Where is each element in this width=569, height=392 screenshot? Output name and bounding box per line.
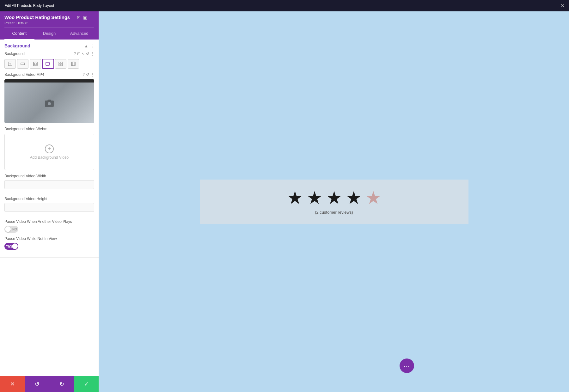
pause-not-in-view-toggle[interactable]: YES xyxy=(4,243,18,250)
video-width-row: Background Video Width xyxy=(4,174,94,193)
panel-title-icons: ⊡ ▣ ⋮ xyxy=(77,15,94,20)
background-help-icon[interactable]: ? xyxy=(74,52,76,56)
pause-not-in-view-row: Pause Video While Not In View YES xyxy=(4,236,94,250)
video-height-label: Background Video Height xyxy=(4,197,94,201)
add-background-video-area[interactable]: + Add Background Video xyxy=(4,134,94,170)
panel-more-icon[interactable]: ⋮ xyxy=(90,15,94,20)
panel-title: Woo Product Rating Settings xyxy=(4,15,70,20)
background-section: Background ▲ ⋮ Background ? ⊡ ↖ ↺ ⋮ xyxy=(0,40,99,258)
pause-other-row: Pause Video When Another Video Plays NO xyxy=(4,219,94,233)
svg-rect-7 xyxy=(61,62,63,64)
preset-row: Preset: Default xyxy=(4,21,94,25)
redo-icon: ↻ xyxy=(59,381,64,388)
video-width-input[interactable] xyxy=(4,180,94,189)
background-field-row: Background ? ⊡ ↖ ↺ ⋮ xyxy=(4,52,94,56)
main-layout: Woo Product Rating Settings ⊡ ▣ ⋮ Preset… xyxy=(0,11,569,392)
svg-marker-5 xyxy=(49,63,50,65)
background-reset-icon[interactable]: ↺ xyxy=(86,52,89,56)
star-2: ★ xyxy=(307,189,322,207)
svg-rect-4 xyxy=(46,62,49,65)
star-5: ★ xyxy=(365,189,381,207)
svg-rect-9 xyxy=(61,64,63,66)
canvas-area: ★ ★ ★ ★ ★ (2 customer reviews) ··· xyxy=(99,11,569,392)
pause-other-label: Pause Video When Another Video Plays xyxy=(4,219,94,224)
svg-rect-3 xyxy=(34,63,36,65)
stars-row: ★ ★ ★ ★ ★ xyxy=(287,189,381,207)
save-icon: ✓ xyxy=(84,381,89,388)
svg-rect-8 xyxy=(59,64,60,66)
bg-type-image[interactable] xyxy=(30,59,41,69)
background-copy-icon[interactable]: ⊡ xyxy=(77,52,80,56)
background-cursor-icon[interactable]: ↖ xyxy=(82,52,85,56)
pause-not-in-view-toggle-text: YES xyxy=(6,245,12,248)
section-header: Background ▲ ⋮ xyxy=(4,43,94,48)
redo-button[interactable]: ↻ xyxy=(49,376,74,392)
video-width-label: Background Video Width xyxy=(4,174,94,178)
undo-button[interactable]: ↺ xyxy=(25,376,49,392)
video-mp4-icons: ? ↺ ⋮ xyxy=(83,72,94,77)
cancel-icon: ✕ xyxy=(10,381,15,388)
bg-type-video[interactable] xyxy=(42,59,54,69)
svg-rect-11 xyxy=(72,62,74,66)
tabs: Content Design Advanced xyxy=(4,28,94,40)
video-webm-label: Background Video Webm xyxy=(4,127,47,131)
pause-other-toggle-knob xyxy=(5,226,11,232)
star-1: ★ xyxy=(287,189,303,207)
panel-header: Woo Product Rating Settings ⊡ ▣ ⋮ Preset… xyxy=(0,11,99,40)
tab-advanced[interactable]: Advanced xyxy=(64,28,94,40)
background-field-icons: ? ⊡ ↖ ↺ ⋮ xyxy=(74,52,94,56)
bg-type-mask[interactable] xyxy=(68,59,79,69)
pause-not-in-view-label: Pause Video While Not In View xyxy=(4,236,94,241)
panel-responsive-icon[interactable]: ⊡ xyxy=(77,15,81,20)
panel-layout-icon[interactable]: ▣ xyxy=(83,15,87,20)
svg-rect-10 xyxy=(71,62,75,66)
undo-icon: ↺ xyxy=(35,381,40,388)
top-bar: Edit All Products Body Layout ✕ xyxy=(0,0,569,11)
pause-other-toggle[interactable]: NO xyxy=(4,226,18,233)
bg-type-gradient[interactable] xyxy=(17,59,28,69)
reviews-text: (2 customer reviews) xyxy=(315,210,353,215)
video-mp4-field-row: Background Video MP4 ? ↺ ⋮ xyxy=(4,72,94,77)
background-type-icons xyxy=(4,59,94,69)
bottom-toolbar: ✕ ↺ ↻ ✓ xyxy=(0,376,99,392)
preset-text[interactable]: Preset: Default xyxy=(4,21,28,25)
panel-title-row: Woo Product Rating Settings ⊡ ▣ ⋮ xyxy=(4,15,94,20)
floating-dot-button[interactable]: ··· xyxy=(400,358,414,373)
video-mp4-label: Background Video MP4 xyxy=(4,72,44,77)
camera-icon xyxy=(44,98,54,107)
video-mp4-reset-icon[interactable]: ↺ xyxy=(86,72,89,77)
bg-type-pattern[interactable] xyxy=(55,59,66,69)
section-more-icon[interactable]: ⋮ xyxy=(90,44,94,48)
top-bar-title: Edit All Products Body Layout xyxy=(4,3,54,8)
svg-rect-6 xyxy=(59,62,60,64)
background-label: Background xyxy=(4,52,25,56)
video-mp4-more-icon[interactable]: ⋮ xyxy=(90,72,94,77)
pause-other-toggle-text: NO xyxy=(12,228,17,231)
background-more-icon[interactable]: ⋮ xyxy=(90,52,94,56)
video-thumbnail[interactable] xyxy=(4,79,94,123)
floating-dot-icon: ··· xyxy=(404,362,410,370)
add-video-label: Add Background Video xyxy=(30,155,69,160)
video-mp4-help-icon[interactable]: ? xyxy=(83,72,85,77)
star-4: ★ xyxy=(346,189,362,207)
video-height-input[interactable] xyxy=(4,203,94,212)
pause-not-in-view-toggle-container: YES xyxy=(4,243,94,250)
tab-content[interactable]: Content xyxy=(4,28,34,40)
svg-rect-2 xyxy=(34,62,37,66)
svg-point-12 xyxy=(48,102,51,105)
video-height-row: Background Video Height xyxy=(4,197,94,216)
panel-content: Background ▲ ⋮ Background ? ⊡ ↖ ↺ ⋮ xyxy=(0,40,99,376)
video-webm-field-row: Background Video Webm xyxy=(4,127,94,131)
top-bar-close-button[interactable]: ✕ xyxy=(560,3,565,9)
star-3: ★ xyxy=(326,189,342,207)
add-video-plus-icon: + xyxy=(45,144,54,153)
tab-design[interactable]: Design xyxy=(34,28,64,40)
section-header-icons: ▲ ⋮ xyxy=(84,44,94,48)
save-button[interactable]: ✓ xyxy=(74,376,99,392)
svg-rect-1 xyxy=(21,63,25,65)
bg-type-color[interactable] xyxy=(4,59,16,69)
section-collapse-icon[interactable]: ▲ xyxy=(84,44,88,48)
pause-other-toggle-container: NO xyxy=(4,226,94,233)
cancel-button[interactable]: ✕ xyxy=(0,376,25,392)
left-panel: Woo Product Rating Settings ⊡ ▣ ⋮ Preset… xyxy=(0,11,99,392)
